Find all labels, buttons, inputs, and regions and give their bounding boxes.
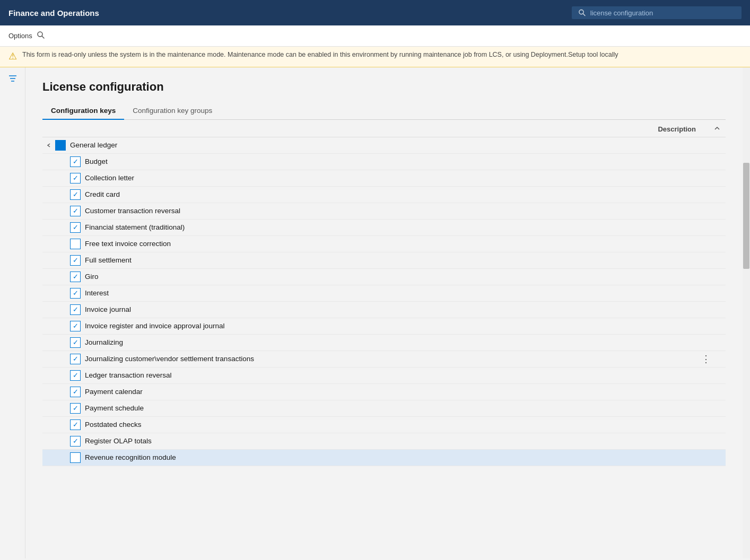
row-label: Journalizing customer\vendor settlement … <box>85 355 723 363</box>
tree-row[interactable]: ✓ Journalizing <box>42 335 726 351</box>
row-label: Full settlement <box>85 256 723 264</box>
tree-row[interactable]: ✓ Financial statement (traditional) <box>42 220 726 236</box>
tree-row[interactable]: Free text invoice correction <box>42 236 726 252</box>
checkbox-invoice-register[interactable]: ✓ <box>70 321 81 331</box>
row-label: Journalizing <box>85 338 723 346</box>
filter-icon[interactable] <box>8 74 18 86</box>
warning-banner: ⚠ This form is read-only unless the syst… <box>0 47 750 67</box>
tree-row[interactable]: ✓ Register OLAP totals <box>42 433 726 450</box>
tree-row[interactable]: ✓ Giro <box>42 269 726 285</box>
tree-row[interactable]: ✓ Collection letter <box>42 170 726 187</box>
row-label: Payment calendar <box>85 388 723 396</box>
checkbox-giro[interactable]: ✓ <box>70 272 81 282</box>
checkbox-general-ledger[interactable] <box>55 140 66 151</box>
row-label: Revenue recognition module <box>85 453 723 461</box>
svg-line-1 <box>583 14 585 16</box>
app-title: Finance and Operations <box>8 8 572 18</box>
row-label: Invoice register and invoice approval jo… <box>85 322 723 330</box>
checkbox-journalizing-customer[interactable]: ✓ <box>70 354 81 364</box>
checkbox-register-olap[interactable]: ✓ <box>70 436 81 447</box>
tab-configuration-key-groups[interactable]: Configuration key groups <box>124 102 221 120</box>
checkbox-financial-statement[interactable]: ✓ <box>70 222 81 233</box>
checkbox-credit-card[interactable]: ✓ <box>70 189 81 200</box>
expand-icon[interactable] <box>45 141 53 150</box>
checkbox-payment-calendar[interactable]: ✓ <box>70 387 81 397</box>
global-search[interactable] <box>572 6 742 19</box>
tabs: Configuration keys Configuration key gro… <box>42 102 726 120</box>
checkbox-free-text-invoice[interactable] <box>70 239 81 249</box>
tab-configuration-keys[interactable]: Configuration keys <box>42 102 124 120</box>
scrollbar-thumb[interactable] <box>743 163 749 269</box>
tree-row[interactable]: ✓ Invoice journal <box>42 302 726 318</box>
row-label: Free text invoice correction <box>85 240 723 248</box>
row-label: Budget <box>85 158 723 165</box>
scrollbar-track[interactable] <box>743 67 750 558</box>
row-label: General ledger <box>70 141 723 149</box>
row-label: Invoice journal <box>85 305 723 313</box>
row-label: Interest <box>85 289 723 297</box>
tree-row[interactable]: ✓ Postdated checks <box>42 417 726 433</box>
checkbox-postdated-checks[interactable]: ✓ <box>70 419 81 430</box>
checkbox-invoice-journal[interactable]: ✓ <box>70 304 81 315</box>
tree-row[interactable]: ✓ Ledger transaction reversal <box>42 368 726 384</box>
tree-row[interactable]: ✓ Full settlement <box>42 252 726 269</box>
checkbox-interest[interactable]: ✓ <box>70 288 81 299</box>
tree-table: Description General ledger <box>42 120 726 466</box>
tree-row[interactable]: Revenue recognition module <box>42 450 726 466</box>
checkbox-journalizing[interactable]: ✓ <box>70 337 81 348</box>
main-content: License configuration Configuration keys… <box>0 67 750 558</box>
svg-line-3 <box>42 36 44 38</box>
options-bar: Options <box>0 25 750 47</box>
checkbox-revenue-recognition[interactable] <box>70 452 81 463</box>
tree-row[interactable]: ✓ Payment schedule <box>42 400 726 417</box>
row-label: Postdated checks <box>85 421 723 428</box>
search-input[interactable] <box>590 9 735 17</box>
row-label: Register OLAP totals <box>85 437 723 445</box>
row-label: Giro <box>85 273 723 281</box>
options-label: Options <box>8 32 32 40</box>
search-icon <box>578 8 586 17</box>
content-panel: License configuration Configuration keys… <box>25 67 743 558</box>
warning-text: This form is read-only unless the system… <box>22 51 618 58</box>
options-search-icon[interactable] <box>37 31 45 41</box>
collapse-icon[interactable] <box>713 124 721 135</box>
checkbox-payment-schedule[interactable]: ✓ <box>70 403 81 414</box>
filter-panel <box>0 67 25 558</box>
tree-row[interactable]: ✓ Interest <box>42 285 726 302</box>
row-label: Payment schedule <box>85 404 723 412</box>
warning-icon: ⚠ <box>8 51 17 63</box>
row-label: Ledger transaction reversal <box>85 371 723 379</box>
page-title: License configuration <box>42 80 726 94</box>
row-label: Customer transaction reversal <box>85 207 723 215</box>
tree-row[interactable]: ✓ Payment calendar <box>42 384 726 400</box>
tree-row[interactable]: General ledger <box>42 137 726 154</box>
row-label: Credit card <box>85 190 723 198</box>
checkbox-budget[interactable]: ✓ <box>70 156 81 167</box>
checkbox-collection-letter[interactable]: ✓ <box>70 173 81 183</box>
tree-table-header: Description <box>42 120 726 137</box>
description-header: Description <box>658 125 696 133</box>
checkbox-customer-transaction-reversal[interactable]: ✓ <box>70 206 81 216</box>
row-label: Financial statement (traditional) <box>85 223 723 231</box>
tree-row[interactable]: ✓ Credit card <box>42 187 726 203</box>
tree-row[interactable]: ✓ Budget <box>42 154 726 170</box>
tree-row[interactable]: ✓ Journalizing customer\vendor settlemen… <box>42 351 726 368</box>
tree-row[interactable]: ✓ Invoice register and invoice approval … <box>42 318 726 335</box>
more-options-icon[interactable]: ⋮ <box>701 353 711 365</box>
checkbox-full-settlement[interactable]: ✓ <box>70 255 81 266</box>
checkbox-ledger-transaction-reversal[interactable]: ✓ <box>70 370 81 381</box>
row-label: Collection letter <box>85 174 723 182</box>
tree-row[interactable]: ✓ Customer transaction reversal <box>42 203 726 220</box>
top-nav: Finance and Operations <box>0 0 750 25</box>
